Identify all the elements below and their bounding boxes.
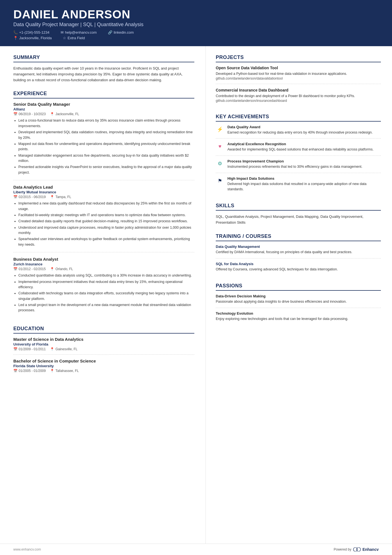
edu-2-meta: 📅 01/2005 - 01/2009 📍 Tallahassee, FL [13, 369, 194, 373]
calendar-icon-3: 📅 [13, 267, 18, 271]
location-icon: 📍 [13, 36, 18, 40]
passion-1-title: Data-Driven Decision Making [216, 294, 381, 298]
linkedin-url: linkedin.com [114, 30, 134, 34]
edu-1-school: University of Florida [13, 342, 194, 346]
email-address: help@enhancv.com [65, 30, 97, 34]
job-2-bullets: Implemented a new data quality dashboard… [13, 201, 194, 247]
pin-icon-1: 📍 [50, 112, 54, 116]
edu-2-dates: 📅 01/2005 - 01/2009 [13, 369, 46, 373]
job-1-meta: 📅 06/2019 - 10/2023 📍 Jacksonville, FL [13, 112, 194, 116]
job-3-location: 📍 Orlando, FL [50, 267, 73, 271]
job-1-bullets: Led a cross-functional team to reduce da… [13, 118, 194, 175]
training-2-title: SQL for Data Analysis [216, 262, 381, 266]
job-3: Business Data Analyst Zurich Insurance 📅… [13, 257, 194, 318]
education-section: EDUCATION Master of Science in Data Anal… [13, 326, 194, 376]
training-1: Data Quality Management Certified by DAM… [216, 245, 381, 258]
training-title: TRAINING / COURSES [216, 233, 381, 241]
list-item: Presented actionable insights via PowerP… [18, 164, 194, 175]
phone-number: +1-(234)-555-1234 [19, 30, 49, 34]
list-item: Led a cross-functional team to reduce da… [18, 118, 194, 129]
job-2-company: Liberty Mutual Insurance [13, 190, 194, 194]
training-1-desc: Certified by DAMA International, focusin… [216, 250, 381, 255]
achievement-2-icon: ♥ [216, 142, 224, 151]
achievement-2-content: Analytical Excellence Recognition Awarde… [227, 142, 374, 152]
experience-title: EXPERIENCE [13, 91, 194, 98]
projects-section: PROJECTS Open Source Data Validation Too… [216, 55, 381, 106]
list-item: Led a small project team in the developm… [18, 302, 194, 313]
passions-section: PASSIONS Data-Driven Decision Making Pas… [216, 283, 381, 325]
calendar-icon-edu2: 📅 [13, 369, 18, 373]
job-2-meta: 📅 02/2015 - 06/2019 📍 Tampa, FL [13, 195, 194, 199]
edu-1: Master of Science in Data Analytics Univ… [13, 337, 194, 355]
achievement-1-title: Data Quality Award [227, 125, 373, 129]
job-3-bullets: Conducted quantitative data analysis usi… [13, 273, 194, 313]
pin-icon-2: 📍 [50, 195, 54, 199]
achievement-3-title: Process Improvement Champion [227, 159, 362, 163]
project-1-title: Open Source Data Validation Tool [216, 66, 381, 70]
passion-2-desc: Enjoy exploring new technologies and too… [216, 316, 381, 322]
list-item: Collaborated with technology teams on da… [18, 291, 194, 302]
passion-2-title: Technology Evolution [216, 311, 381, 315]
list-item: Implemented a new data quality dashboard… [18, 201, 194, 212]
job-1-location: 📍 Jacksonville, FL [50, 112, 79, 116]
achievement-2-title: Analytical Excellence Recognition [227, 142, 374, 146]
project-1-link: github.com/danielanderson/datavalidation… [216, 77, 381, 80]
resume-page: DANIEL ANDERSON Data Quality Project Man… [0, 0, 392, 555]
achievement-3-icon: ⚙ [216, 159, 224, 168]
passion-1-desc: Passionate about applying data insights … [216, 299, 381, 304]
list-item: Managed stakeholder engagement across fi… [18, 153, 194, 164]
edu-1-location: 📍 Gainesville, FL [50, 347, 77, 351]
job-2-dates: 📅 02/2015 - 06/2019 [13, 195, 46, 199]
achievement-4-icon: ⚑ [216, 177, 224, 185]
enhancv-brand: Enhancv [363, 547, 379, 552]
list-item: Mapped out data flows for underwriting a… [18, 141, 194, 152]
header-contacts-row1: 📞 +1-(234)-555-1234 ✉ help@enhancv.com 🔗… [13, 30, 379, 34]
achievement-4-title: High Impact Data Solutions [227, 176, 381, 181]
main-content: SUMMARY Enthusiastic data quality expert… [0, 46, 392, 544]
list-item: Created detailed data quality reports th… [18, 219, 194, 224]
enhancv-symbol-icon [353, 547, 361, 551]
education-title: EDUCATION [13, 326, 194, 334]
header: DANIEL ANDERSON Data Quality Project Man… [0, 0, 392, 46]
passion-1: Data-Driven Decision Making Passionate a… [216, 294, 381, 308]
list-item: Implemented process improvement initiati… [18, 279, 194, 290]
project-1-desc: Developed a Python-based tool for real-t… [216, 71, 381, 77]
candidate-title: Data Quality Project Manager | SQL | Qua… [13, 22, 379, 28]
job-2-location: 📍 Tampa, FL [50, 195, 71, 199]
list-item: Developed and implemented SQL data valid… [18, 130, 194, 140]
summary-section: SUMMARY Enthusiastic data quality expert… [13, 55, 194, 83]
edu-1-meta: 📅 01/2009 - 01/2011 📍 Gainesville, FL [13, 347, 194, 351]
job-3-meta: 📅 01/2012 - 02/2015 📍 Orlando, FL [13, 267, 194, 271]
calendar-icon-2: 📅 [13, 195, 18, 199]
training-section: TRAINING / COURSES Data Quality Manageme… [216, 233, 381, 275]
list-item: Spearheaded user interviews and workshop… [18, 236, 194, 247]
achievement-1-icon: ⚡ [216, 125, 224, 134]
training-1-title: Data Quality Management [216, 245, 381, 249]
list-item: Facilitated bi-weekly strategic meetings… [18, 213, 194, 218]
right-column: PROJECTS Open Source Data Validation Too… [206, 46, 392, 544]
email-icon: ✉ [61, 30, 64, 34]
pin-icon-3: 📍 [50, 267, 54, 271]
passions-title: PASSIONS [216, 283, 381, 291]
job-3-dates: 📅 01/2012 - 02/2015 [13, 267, 46, 271]
calendar-icon-edu1: 📅 [13, 347, 18, 351]
pin-icon-edu2: 📍 [50, 369, 54, 373]
candidate-name: DANIEL ANDERSON [13, 8, 379, 21]
achievement-4-desc: Delivered high impact data solutions tha… [227, 181, 381, 192]
project-2: Commercial Insurance Data Dashboard Cont… [216, 88, 381, 106]
edu-1-degree: Master of Science in Data Analytics [13, 337, 194, 342]
achievement-2: ♥ Analytical Excellence Recognition Awar… [216, 142, 381, 156]
edu-2-location: 📍 Tallahassee, FL [50, 369, 79, 373]
extra-field: ☆ Extra Field [63, 36, 85, 40]
location-contact: 📍 Jacksonville, Florida [13, 36, 52, 40]
training-2-desc: Offered by Coursera, covering advanced S… [216, 267, 381, 272]
pin-icon-edu1: 📍 [50, 347, 54, 351]
summary-text: Enthusiastic data quality expert with ov… [13, 66, 194, 83]
star-icon: ☆ [63, 36, 66, 40]
skills-title: SKILLS [216, 203, 381, 211]
linkedin-contact: 🔗 linkedin.com [108, 30, 134, 34]
edu-2-school: Florida State University [13, 364, 194, 368]
achievement-4-content: High Impact Data Solutions Delivered hig… [227, 176, 381, 192]
achievement-1: ⚡ Data Quality Award Earned recognition … [216, 125, 381, 139]
extra-field-text: Extra Field [68, 36, 85, 40]
